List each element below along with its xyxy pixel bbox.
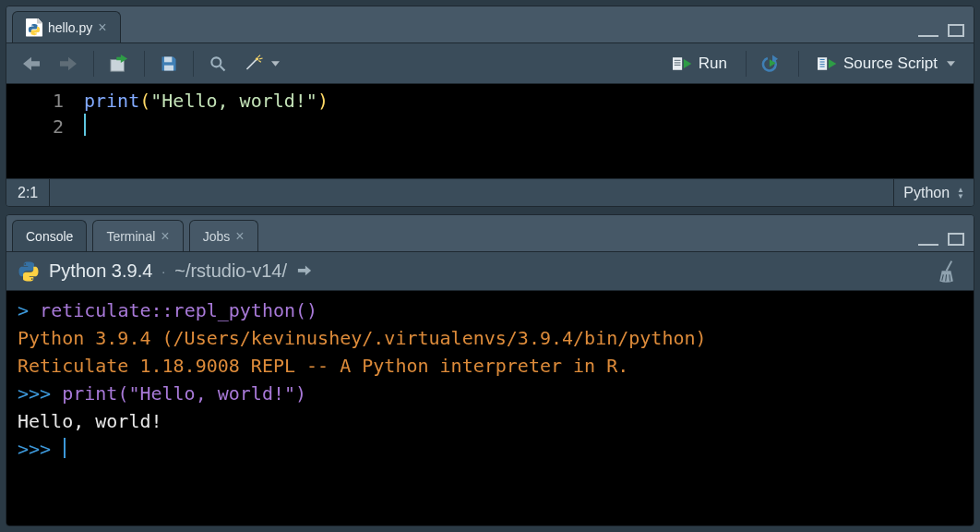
clear-console-icon[interactable]	[937, 260, 961, 286]
svg-rect-6	[673, 57, 682, 70]
language-label: Python	[903, 185, 950, 201]
nav-back-button[interactable]	[16, 50, 47, 78]
popout-icon[interactable]	[296, 262, 313, 280]
code-editor[interactable]: 12 print("Hello, world!")	[6, 84, 974, 178]
show-in-new-window-button[interactable]	[103, 50, 135, 78]
line-gutter: 12	[6, 84, 78, 178]
close-icon[interactable]: ×	[161, 229, 169, 244]
chevron-down-icon	[947, 61, 955, 66]
editor-statusbar: 2:1 Python ▲▼	[6, 178, 974, 206]
find-button[interactable]	[203, 50, 233, 78]
panel-window-controls	[918, 233, 964, 246]
tab-jobs[interactable]: Jobs ×	[189, 220, 258, 251]
source-script-button[interactable]: Source Script	[808, 50, 964, 78]
svg-rect-1	[164, 56, 172, 62]
code-area[interactable]: print("Hello, world!")	[78, 84, 974, 178]
svg-point-3	[211, 57, 221, 66]
console-panel: Console Terminal × Jobs × Python 3.9.4 ·…	[6, 214, 974, 526]
editor-tab-hello[interactable]: hello.py ×	[12, 11, 121, 42]
run-button[interactable]: Run	[663, 50, 736, 78]
svg-rect-2	[164, 65, 173, 70]
svg-line-4	[221, 66, 225, 70]
maximize-panel-icon[interactable]	[948, 233, 964, 246]
svg-rect-14	[819, 66, 824, 66]
console-line: Python 3.9.4 (/Users/kevinushey/.virtual…	[18, 324, 962, 352]
updown-icon: ▲▼	[957, 187, 964, 200]
console-line: >>>	[18, 435, 962, 463]
console-header: Python 3.9.4 · ~/rstudio-v14/	[6, 252, 974, 291]
console-line: Hello, world!	[18, 407, 962, 435]
editor-tabstrip: hello.py ×	[6, 6, 974, 43]
console-path: ~/rstudio-v14/	[174, 260, 287, 282]
code-tools-button[interactable]	[238, 50, 285, 78]
editor-tab-label: hello.py	[48, 20, 92, 35]
python-file-icon	[26, 18, 42, 37]
rerun-button[interactable]	[756, 50, 789, 78]
save-button[interactable]	[154, 50, 184, 78]
panel-window-controls	[918, 24, 964, 37]
svg-rect-7	[674, 59, 680, 60]
code-line[interactable]	[84, 114, 974, 139]
console-title: Python 3.9.4	[49, 260, 152, 282]
separator-dot: ·	[161, 264, 165, 279]
tab-jobs-label: Jobs	[203, 229, 231, 244]
language-selector[interactable]: Python ▲▼	[893, 179, 974, 206]
console-line: Reticulate 1.18.9008 REPL -- A Python in…	[18, 352, 962, 380]
tab-terminal-label: Terminal	[106, 229, 155, 244]
python-logo-icon	[18, 260, 40, 283]
source-script-label: Source Script	[843, 54, 938, 73]
console-line: >>> print("Hello, world!")	[18, 380, 962, 407]
console-line: > reticulate::repl_python()	[18, 296, 962, 324]
svg-rect-13	[819, 64, 824, 65]
chevron-down-icon	[271, 61, 280, 66]
svg-line-15	[947, 261, 952, 272]
code-line[interactable]: print("Hello, world!")	[84, 88, 974, 114]
console-tabstrip: Console Terminal × Jobs ×	[6, 215, 974, 252]
source-panel: hello.py ×	[6, 6, 974, 207]
editor-toolbar: Run Source Script	[6, 43, 974, 84]
minimize-panel-icon[interactable]	[918, 30, 938, 37]
minimize-panel-icon[interactable]	[918, 238, 938, 246]
close-icon[interactable]: ×	[235, 229, 244, 244]
run-label: Run	[699, 54, 727, 73]
cursor-position: 2:1	[6, 179, 50, 206]
svg-rect-12	[819, 61, 824, 62]
svg-point-5	[256, 57, 258, 60]
console-output[interactable]: > reticulate::repl_python()Python 3.9.4 …	[6, 291, 974, 526]
maximize-panel-icon[interactable]	[948, 24, 964, 37]
svg-rect-8	[674, 62, 680, 63]
svg-rect-11	[819, 58, 824, 59]
tab-console[interactable]: Console	[12, 220, 87, 251]
tab-console-label: Console	[26, 229, 73, 244]
tab-terminal[interactable]: Terminal ×	[92, 220, 183, 251]
nav-forward-button[interactable]	[53, 50, 84, 78]
svg-rect-9	[674, 64, 680, 65]
close-icon[interactable]: ×	[98, 20, 106, 35]
